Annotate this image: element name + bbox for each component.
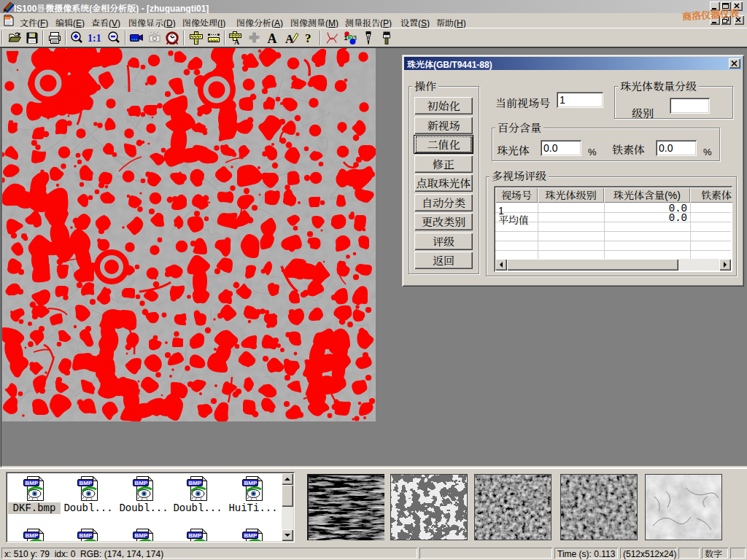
svg-text:A: A — [285, 33, 294, 45]
svg-text:?: ? — [305, 31, 311, 45]
svg-text:A: A — [234, 38, 240, 46]
svg-text:DOC: DOC — [5, 17, 11, 20]
svg-text:BMP: BMP — [25, 480, 38, 486]
svg-text:1:1: 1:1 — [88, 33, 101, 44]
svg-text:BMP: BMP — [244, 480, 257, 486]
svg-text:BMP: BMP — [79, 480, 92, 486]
svg-text:BMP: BMP — [244, 532, 257, 539]
svg-text:BMP: BMP — [134, 532, 147, 539]
svg-text:BMP: BMP — [188, 532, 201, 539]
svg-text:1: 1 — [344, 34, 348, 42]
svg-text:BMP: BMP — [188, 480, 201, 486]
svg-text:BMP: BMP — [25, 532, 38, 539]
svg-text:BMP: BMP — [134, 480, 147, 486]
svg-text:A: A — [268, 31, 277, 46]
svg-text:BMP: BMP — [79, 532, 92, 539]
